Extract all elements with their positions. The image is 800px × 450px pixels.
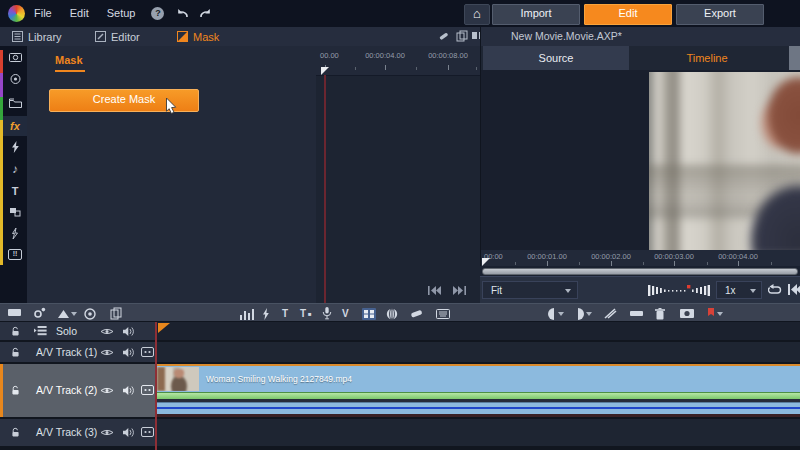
- clip-video-bar[interactable]: Woman Smiling Walking 2127849.mp4: [156, 366, 800, 392]
- preview-tick-label: 00:00:04.00: [718, 252, 758, 261]
- speaker-mute-icon[interactable]: [122, 326, 135, 337]
- add-title-button[interactable]: T: [282, 307, 288, 320]
- preview-scrubber[interactable]: [480, 266, 800, 276]
- media-library-icon[interactable]: [3, 48, 27, 66]
- track-manager-icon[interactable]: [34, 326, 47, 336]
- track-1-header[interactable]: A/V Track (1): [0, 342, 155, 362]
- master-track-lane[interactable]: [156, 322, 800, 340]
- track-options-icon[interactable]: [141, 385, 154, 395]
- playback-speed-dropdown[interactable]: 1x: [716, 281, 762, 299]
- copy-panel-icon[interactable]: [456, 30, 468, 42]
- redo-icon[interactable]: [199, 8, 212, 19]
- zoom-fit-dropdown[interactable]: Fit: [482, 281, 578, 299]
- eye-visibility-icon[interactable]: [100, 428, 114, 437]
- lock-icon[interactable]: [10, 326, 21, 337]
- loop-playback-icon[interactable]: [768, 284, 782, 296]
- mark-in-button[interactable]: [548, 307, 564, 320]
- track-transparency-icon[interactable]: [386, 307, 398, 320]
- video-clip[interactable]: Woman Smiling Walking 2127849.mp4: [156, 364, 800, 417]
- link-clip-icon[interactable]: [410, 307, 423, 320]
- help-icon[interactable]: ?: [151, 7, 164, 20]
- menu-setup[interactable]: Setup: [98, 0, 145, 27]
- mask-playhead-line[interactable]: [324, 75, 326, 303]
- add-subtitle-button[interactable]: T■: [300, 307, 312, 320]
- tab-source[interactable]: Source: [483, 46, 629, 70]
- previous-keyframe-icon[interactable]: [428, 286, 441, 295]
- snapshot-camera-icon[interactable]: [680, 307, 694, 320]
- add-marker-button[interactable]: [707, 307, 723, 320]
- audio-scrub-toggle-icon[interactable]: [84, 307, 96, 320]
- tab-mask[interactable]: Mask: [177, 27, 219, 46]
- titles-icon[interactable]: T: [3, 182, 27, 200]
- track-3-lane[interactable]: [156, 419, 800, 446]
- preview-ruler[interactable]: 00:00 00:00:01.00 00:00:02.00 00:00:03.0…: [480, 250, 800, 266]
- clip-transparency-strip[interactable]: [156, 392, 800, 399]
- trim-tool-icon[interactable]: [630, 307, 643, 320]
- pen-tool-icon[interactable]: [437, 30, 449, 42]
- mark-out-button[interactable]: [576, 307, 592, 320]
- scrubber-bar[interactable]: [482, 268, 798, 275]
- home-button[interactable]: ⌂: [464, 4, 490, 25]
- timeline-settings-gear-icon[interactable]: [33, 307, 46, 320]
- transitions-icon[interactable]: [3, 203, 27, 221]
- automation-icon[interactable]: [3, 224, 27, 242]
- app-logo-icon[interactable]: [8, 5, 25, 22]
- preview-playhead-handle[interactable]: [482, 258, 490, 266]
- keyboard-shortcut-icon[interactable]: [436, 307, 450, 320]
- lock-icon[interactable]: [10, 347, 21, 358]
- track-name[interactable]: A/V Track (1): [36, 346, 97, 358]
- speaker-mute-icon[interactable]: [122, 347, 135, 358]
- delete-trash-icon[interactable]: [655, 307, 665, 320]
- track-1-lane[interactable]: [156, 342, 800, 362]
- mask-timeline-ruler[interactable]: 00.00 00:00:04.00 00:00:08.00: [316, 46, 480, 76]
- split-clip-razor-icon[interactable]: [604, 307, 617, 320]
- track-2-header[interactable]: A/V Track (2): [0, 364, 155, 417]
- effects-fx-tab[interactable]: fx: [3, 117, 27, 135]
- export-mode-button[interactable]: Export: [676, 4, 764, 25]
- photos-icon[interactable]: [3, 70, 27, 88]
- mask-playhead-handle[interactable]: [321, 67, 329, 75]
- menu-edit[interactable]: Edit: [61, 0, 98, 27]
- mask-title-underline: [55, 70, 85, 72]
- shuttle-control[interactable]: [648, 283, 710, 298]
- track-3-header[interactable]: A/V Track (3): [0, 419, 155, 446]
- snap-magnet-button[interactable]: [58, 307, 77, 320]
- eye-visibility-icon[interactable]: [100, 327, 114, 336]
- clip-audio-bar[interactable]: [156, 402, 800, 414]
- menu-file[interactable]: File: [25, 0, 61, 27]
- keyframe-lightning-icon[interactable]: [262, 307, 270, 320]
- import-mode-button[interactable]: Import: [492, 4, 580, 25]
- tab-editor-label: Editor: [111, 31, 140, 43]
- copy-clipboard-icon[interactable]: [110, 307, 122, 320]
- toolbar-customize-button[interactable]: [8, 307, 23, 320]
- edit-mode-button[interactable]: Edit: [584, 4, 672, 25]
- track-name[interactable]: A/V Track (2): [36, 384, 97, 396]
- track-2-lane[interactable]: Woman Smiling Walking 2127849.mp4: [156, 364, 800, 417]
- track-options-icon[interactable]: [141, 347, 154, 357]
- audio-volume-line[interactable]: [156, 407, 800, 409]
- speaker-mute-icon[interactable]: [122, 385, 135, 396]
- audio-mixer-icon[interactable]: [240, 307, 254, 320]
- lock-icon[interactable]: [10, 427, 21, 438]
- lock-icon[interactable]: [10, 385, 21, 396]
- voiceover-mic-icon[interactable]: [322, 307, 332, 320]
- tab-editor[interactable]: Editor: [95, 27, 140, 46]
- undo-icon[interactable]: [176, 8, 189, 19]
- wave-tool-button[interactable]: V: [342, 307, 349, 320]
- audio-note-icon[interactable]: ♪: [3, 160, 27, 178]
- go-to-start-icon[interactable]: [788, 284, 800, 295]
- eye-visibility-icon[interactable]: [100, 386, 114, 395]
- next-keyframe-icon[interactable]: [453, 286, 466, 295]
- track-name[interactable]: A/V Track (3): [36, 426, 97, 438]
- effects-lightning-icon[interactable]: [3, 138, 27, 156]
- timeline-playhead-line[interactable]: [155, 322, 157, 450]
- solo-label[interactable]: Solo: [56, 325, 77, 337]
- eye-visibility-icon[interactable]: [100, 348, 114, 357]
- track-options-icon[interactable]: [141, 427, 154, 437]
- captions-icon[interactable]: !!: [3, 245, 27, 263]
- tab-timeline[interactable]: Timeline: [629, 46, 785, 70]
- projects-folder-icon[interactable]: [3, 94, 27, 112]
- multicam-editor-icon[interactable]: [362, 307, 376, 320]
- speaker-mute-icon[interactable]: [122, 427, 135, 438]
- tab-library[interactable]: Library: [12, 27, 62, 46]
